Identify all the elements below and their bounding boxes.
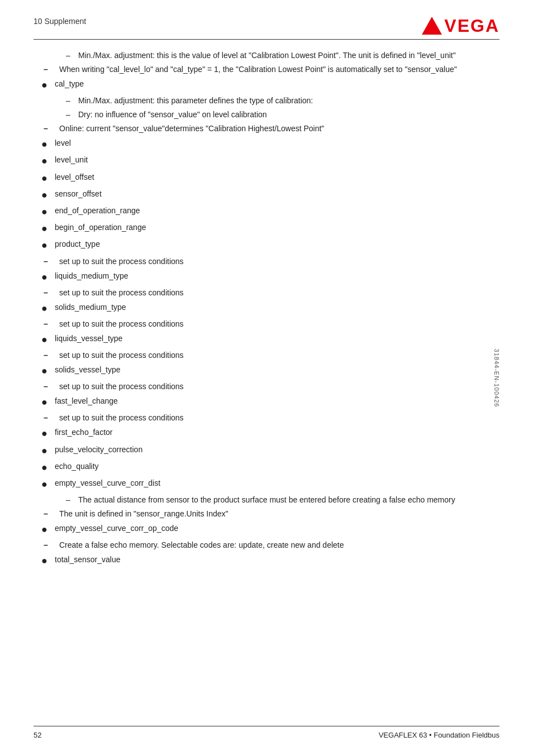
bullet-icon: ● (39, 270, 55, 284)
item-text: begin_of_operation_range (55, 222, 146, 233)
dash-icon: – (44, 508, 59, 520)
item-text: Min./Max. adjustment: this parameter def… (78, 95, 313, 107)
bullet-icon: ● (39, 333, 55, 347)
item-text: level (55, 137, 71, 149)
list-item: –Dry: no influence of "sensor_value" on … (39, 109, 499, 121)
item-text: first_echo_factor (55, 427, 113, 438)
section-label: 10 Supplement (34, 17, 86, 26)
bullet-icon: ● (39, 395, 55, 409)
bullet-icon: ● (39, 137, 55, 151)
list-item: ●liquids_medium_type (39, 270, 499, 284)
sub-dash-icon: – (66, 95, 78, 107)
item-text: liquids_vessel_type (55, 333, 122, 344)
dash-icon: – (44, 256, 59, 267)
item-text: solids_medium_type (55, 302, 126, 313)
bullet-icon: ● (39, 364, 55, 378)
sub-dash-icon: – (66, 494, 78, 506)
item-text: sensor_offset (55, 188, 102, 200)
bullet-icon: ● (39, 205, 55, 219)
item-text: solids_vessel_type (55, 364, 121, 376)
list-item: –set up to suit the process conditions (39, 412, 499, 424)
bullet-icon: ● (39, 154, 55, 168)
bullet-icon: ● (39, 238, 55, 252)
dash-icon: – (44, 318, 59, 330)
dash-icon: – (44, 539, 59, 551)
list-item: –set up to suit the process conditions (39, 256, 499, 267)
list-item: ●empty_vessel_curve_corr_op_code (39, 523, 499, 537)
item-text: liquids_medium_type (55, 270, 129, 282)
bullet-icon: ● (39, 188, 55, 202)
list-item: ●sensor_offset (39, 188, 499, 202)
list-item: –set up to suit the process conditions (39, 287, 499, 299)
vega-logo-wrapper: VEGA (422, 17, 499, 35)
list-item: ●empty_vessel_curve_corr_dist (39, 477, 499, 491)
list-item: ●level_unit (39, 154, 499, 168)
list-item: ●fast_level_change (39, 395, 499, 409)
list-item: –When writing "cal_level_lo" and "cal_ty… (39, 64, 499, 75)
item-text: The unit is defined in "sensor_range.Uni… (59, 508, 229, 520)
item-text: When writing "cal_level_lo" and "cal_typ… (59, 64, 457, 75)
item-text: empty_vessel_curve_corr_op_code (55, 523, 178, 534)
list-item: ●echo_quality (39, 461, 499, 475)
item-text: total_sensor_value (55, 554, 121, 566)
bullet-icon: ● (39, 461, 55, 475)
page-container: 10 Supplement VEGA –Min./Max. adjustment… (0, 0, 533, 756)
list-item: –The actual distance from sensor to the … (39, 494, 499, 506)
dash-icon: – (44, 287, 59, 299)
item-text: set up to suit the process conditions (59, 381, 184, 393)
list-item: ●begin_of_operation_range (39, 222, 499, 236)
list-item: –set up to suit the process conditions (39, 381, 499, 393)
item-text: Create a false echo memory. Selectable c… (59, 539, 344, 551)
item-text: cal_type (55, 78, 84, 90)
item-text: Min./Max. adjustment: this is the value … (78, 50, 456, 61)
bullet-icon: ● (39, 427, 55, 441)
list-item: ●pulse_velocity_correction (39, 444, 499, 458)
list-item: ●cal_type (39, 78, 499, 92)
bullet-icon: ● (39, 171, 55, 185)
item-text: pulse_velocity_correction (55, 444, 142, 456)
sidebar-text: 31844-EN-100426 (494, 349, 501, 408)
list-item: –The unit is defined in "sensor_range.Un… (39, 508, 499, 520)
list-item: ●total_sensor_value (39, 554, 499, 568)
bullet-icon: ● (39, 477, 55, 491)
sub-dash-icon: – (66, 50, 78, 61)
list-item: –Create a false echo memory. Selectable … (39, 539, 499, 551)
list-item: –Online: current "sensor_value"determine… (39, 123, 499, 135)
page-header: 10 Supplement VEGA (34, 17, 499, 40)
item-text: The actual distance from sensor to the p… (78, 494, 455, 506)
list-item: ●solids_medium_type (39, 302, 499, 315)
list-item: –set up to suit the process conditions (39, 318, 499, 330)
dash-icon: – (44, 381, 59, 393)
item-text: set up to suit the process conditions (59, 287, 184, 299)
bullet-icon: ● (39, 444, 55, 458)
dash-icon: – (44, 64, 59, 75)
list-item: ●liquids_vessel_type (39, 333, 499, 347)
item-text: set up to suit the process conditions (59, 350, 184, 361)
dash-icon: – (44, 350, 59, 361)
item-text: level_unit (55, 154, 88, 166)
bullet-icon: ● (39, 554, 55, 568)
list-item: ●end_of_operation_range (39, 205, 499, 219)
vega-logo: VEGA (444, 17, 499, 35)
item-text: product_type (55, 238, 100, 250)
item-text: set up to suit the process conditions (59, 412, 184, 424)
bullet-icon: ● (39, 222, 55, 236)
page-footer: 52 VEGAFLEX 63 • Foundation Fieldbus (34, 726, 499, 739)
bullet-icon: ● (39, 302, 55, 315)
list-item: –Min./Max. adjustment: this parameter de… (39, 95, 499, 107)
item-text: Dry: no influence of "sensor_value" on l… (78, 109, 267, 121)
dash-icon: – (44, 123, 59, 135)
dash-icon: – (44, 412, 59, 424)
item-text: echo_quality (55, 461, 99, 472)
content-area: –Min./Max. adjustment: this is the value… (34, 50, 499, 568)
item-text: end_of_operation_range (55, 205, 140, 217)
item-text: fast_level_change (55, 395, 118, 407)
list-item: ●solids_vessel_type (39, 364, 499, 378)
item-text: Online: current "sensor_value"determines… (59, 123, 324, 135)
item-text: empty_vessel_curve_corr_dist (55, 477, 160, 489)
list-item: ●level (39, 137, 499, 151)
item-text: level_offset (55, 171, 94, 183)
page-number: 52 (34, 731, 41, 739)
product-label: VEGAFLEX 63 • Foundation Fieldbus (379, 731, 499, 739)
item-text: set up to suit the process conditions (59, 318, 184, 330)
